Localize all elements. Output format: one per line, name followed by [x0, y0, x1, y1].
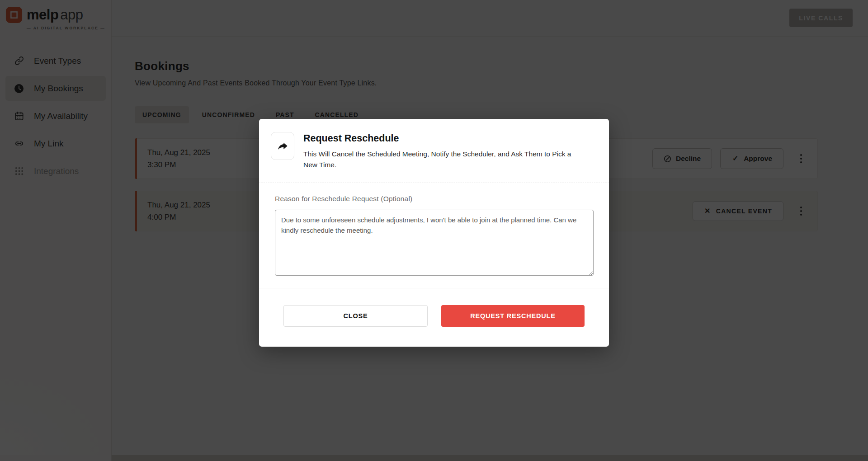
modal-header-text: Request Reschedule This Will Cancel the … — [303, 132, 579, 170]
request-reschedule-modal: Request Reschedule This Will Cancel the … — [259, 119, 609, 347]
modal-footer: CLOSE REQUEST RESCHEDULE — [259, 288, 609, 347]
modal-description: This Will Cancel the Scheduled Meeting, … — [303, 149, 579, 170]
modal-body: Reason for Reschedule Request (Optional) — [259, 183, 609, 288]
forward-arrow-icon — [277, 140, 289, 152]
reason-label: Reason for Reschedule Request (Optional) — [275, 195, 594, 203]
modal-icon-box — [271, 132, 294, 160]
request-reschedule-button[interactable]: REQUEST RESCHEDULE — [441, 305, 585, 327]
modal-title: Request Reschedule — [303, 133, 579, 144]
modal-header: Request Reschedule This Will Cancel the … — [259, 119, 609, 183]
reason-textarea[interactable] — [275, 210, 594, 276]
close-button[interactable]: CLOSE — [283, 305, 428, 327]
